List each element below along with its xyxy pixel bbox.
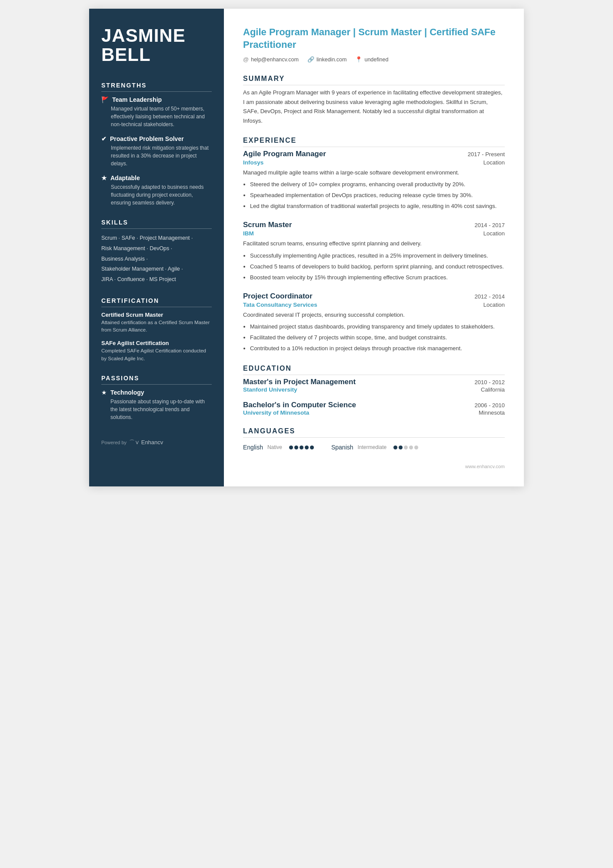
dot	[294, 446, 298, 449]
passion-title-1: Technology	[110, 389, 212, 396]
exp-bullet-1-3: Led the digital transformation of tradit…	[250, 201, 505, 211]
flag-icon: 🚩	[101, 96, 109, 103]
edu-school-2: University of Minnesota	[243, 409, 309, 416]
skills-section: SKILLS Scrum · SAFe · Project Management…	[101, 219, 212, 285]
exp-bullet-2-2: Coached 5 teams of developers to build b…	[250, 262, 505, 271]
dot	[399, 446, 403, 449]
dot	[409, 446, 413, 449]
edu-date-2: 2006 - 2010	[475, 402, 505, 409]
edu-block-1: Master's in Project Management 2010 - 20…	[243, 378, 505, 393]
summary-title: SUMMARY	[243, 75, 505, 85]
star-passion-icon: ★	[101, 389, 107, 396]
lang-english: English Native	[243, 444, 314, 451]
skills-line-4: Stakeholder Management · Agile ·	[101, 264, 212, 275]
main-title: Agile Program Manager | Scrum Master | C…	[243, 26, 505, 51]
cert-desc-2: Completed SAFe Agilist Certification con…	[101, 347, 212, 362]
lang-spanish-name: Spanish	[331, 444, 353, 451]
exp-block-1: Agile Program Manager 2017 - Present Inf…	[243, 150, 505, 211]
exp-block-2: Scrum Master 2014 - 2017 IBM Location Fa…	[243, 221, 505, 282]
exp-header-2: Scrum Master 2014 - 2017	[243, 221, 505, 229]
exp-bullet-3-1: Maintained project status dashboards, pr…	[250, 322, 505, 332]
candidate-name: JASMINE BELL	[101, 26, 212, 64]
contact-email: @ help@enhancv.com	[243, 56, 299, 63]
lang-english-level: Native	[267, 444, 282, 450]
experience-title: EXPERIENCE	[243, 137, 505, 147]
certification-title: CERTIFICATION	[101, 297, 212, 307]
edu-degree-2: Bachelor's in Computer Science	[243, 401, 356, 409]
powered-by-label: Powered by	[101, 440, 127, 445]
strength-item-1: 🚩 Team Leadership Managed virtual teams …	[101, 96, 212, 128]
education-section: EDUCATION Master's in Project Management…	[243, 365, 505, 416]
strength-title-3: Adaptable	[110, 174, 140, 181]
lang-english-name: English	[243, 444, 263, 451]
exp-bullets-3: Maintained project status dashboards, pr…	[243, 322, 505, 353]
edu-degree-1: Master's in Project Management	[243, 378, 356, 386]
linkedin-icon: 🔗	[307, 56, 314, 63]
strengths-section: STRENGTHS 🚩 Team Leadership Managed virt…	[101, 82, 212, 207]
star-icon: ★	[101, 174, 107, 181]
skills-line-1: Scrum · SAFe · Project Management ·	[101, 233, 212, 244]
exp-company-1: Infosys	[243, 159, 263, 166]
exp-desc-1: Managed mulitple agile teams within a la…	[243, 168, 505, 177]
contact-row: @ help@enhancv.com 🔗 linkedin.com 📍 unde…	[243, 56, 505, 63]
location-value: undefined	[364, 57, 388, 63]
strength-desc-1: Managed virtual teams of 50+ members, ef…	[101, 105, 212, 128]
linkedin-value: linkedin.com	[316, 57, 346, 63]
cert-name-1: Certified Scrum Master	[101, 312, 212, 318]
skills-line-5: JIRA · Confluence · MS Project	[101, 275, 212, 285]
skills-line-3: Business Analysis ·	[101, 254, 212, 265]
lang-spanish-dots	[393, 446, 418, 449]
first-name: JASMINE	[101, 25, 186, 46]
exp-company-3: Tata Consultancy Services	[243, 302, 317, 308]
strength-title-2: Proactive Problem Solver	[110, 135, 184, 142]
strengths-title: STRENGTHS	[101, 82, 212, 92]
email-value: help@enhancv.com	[251, 57, 299, 63]
exp-date-2: 2014 - 2017	[475, 222, 505, 228]
exp-block-3: Project Coordinator 2012 - 2014 Tata Con…	[243, 292, 505, 353]
cert-desc-1: Attained certification as a Certified Sc…	[101, 319, 212, 334]
exp-bullets-2: Successfully implementing Agile practice…	[243, 251, 505, 282]
sidebar-footer: Powered by ⌒∨ Enhancv	[101, 439, 212, 446]
skills-line-2: Risk Management · DevOps ·	[101, 244, 212, 254]
main-content: Agile Program Manager | Scrum Master | C…	[224, 9, 524, 486]
strength-desc-2: Implemented risk mitigation strategies t…	[101, 144, 212, 168]
summary-text: As an Agile Program Manager with 9 years…	[243, 88, 505, 125]
passions-title: PASSIONS	[101, 375, 212, 385]
edu-sub-1: Stanford University California	[243, 386, 505, 393]
strength-desc-3: Successfully adapted to business needs f…	[101, 183, 212, 207]
cert-item-2: SAFe Agilist Certification Completed SAF…	[101, 340, 212, 362]
strength-header-1: 🚩 Team Leadership	[101, 96, 212, 103]
languages-section: LANGUAGES English Native Spanis	[243, 427, 505, 451]
exp-bullet-1-1: Steered the delivery of 10+ complex prog…	[250, 180, 505, 189]
exp-bullet-2-1: Successfully implementing Agile practice…	[250, 251, 505, 261]
lang-spanish-level: Intermediate	[358, 444, 387, 450]
languages-row: English Native Spanish Intermediate	[243, 440, 505, 451]
passions-section: PASSIONS ★ Technology Passionate about s…	[101, 375, 212, 421]
exp-sub-1: Infosys Location	[243, 159, 505, 166]
resume-container: JASMINE BELL STRENGTHS 🚩 Team Leadership…	[89, 9, 524, 486]
exp-desc-2: Facilitated scrum teams, ensuring effect…	[243, 239, 505, 248]
experience-section: EXPERIENCE Agile Program Manager 2017 - …	[243, 137, 505, 353]
cert-name-2: SAFe Agilist Certification	[101, 340, 212, 346]
dot	[310, 446, 314, 449]
last-name: BELL	[101, 44, 151, 65]
cert-item-1: Certified Scrum Master Attained certific…	[101, 312, 212, 334]
lang-english-dots	[289, 446, 314, 449]
check-icon: ✔	[101, 135, 107, 142]
dot	[404, 446, 408, 449]
exp-bullet-3-2: Facilitated the delivery of 7 projects w…	[250, 333, 505, 342]
dot	[414, 446, 418, 449]
strength-item-2: ✔ Proactive Problem Solver Implemented r…	[101, 135, 212, 168]
dot	[393, 446, 397, 449]
skills-title: SKILLS	[101, 219, 212, 229]
passion-desc-1: Passionate about staying up-to-date with…	[110, 398, 212, 421]
exp-header-1: Agile Program Manager 2017 - Present	[243, 150, 505, 158]
exp-date-3: 2012 - 2014	[475, 293, 505, 300]
strength-title-1: Team Leadership	[112, 96, 162, 103]
exp-sub-2: IBM Location	[243, 230, 505, 237]
exp-location-1: Location	[483, 159, 505, 166]
exp-title-2: Scrum Master	[243, 221, 292, 229]
lang-spanish: Spanish Intermediate	[331, 444, 418, 451]
dot	[305, 446, 309, 449]
edu-location-1: California	[481, 386, 505, 393]
